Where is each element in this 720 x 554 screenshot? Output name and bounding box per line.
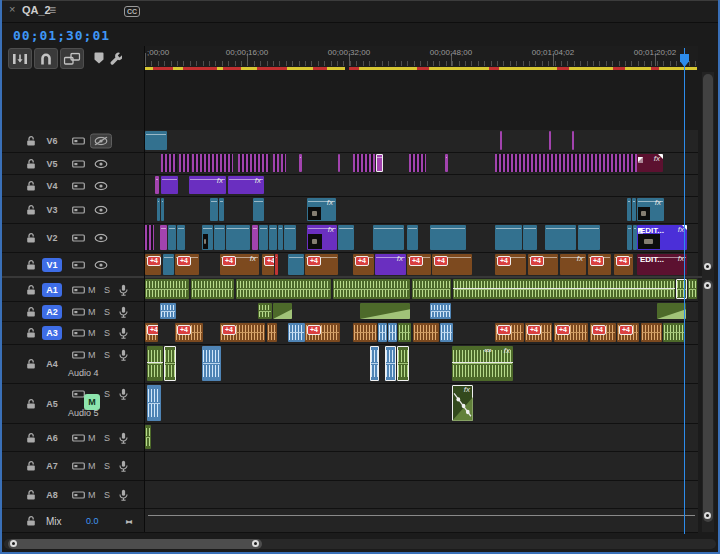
clip[interactable] bbox=[500, 131, 502, 150]
clip[interactable] bbox=[267, 323, 277, 342]
source-patch-icon[interactable] bbox=[72, 260, 85, 270]
clip[interactable] bbox=[164, 346, 176, 381]
clip[interactable] bbox=[688, 279, 697, 299]
clip[interactable] bbox=[572, 131, 574, 150]
lock-icon[interactable] bbox=[26, 180, 36, 191]
track-select-v2[interactable]: V2 bbox=[42, 231, 62, 245]
audio-scroll-knob-bottom[interactable] bbox=[704, 512, 711, 519]
clip[interactable]: fx bbox=[637, 154, 663, 172]
track-lane-v5[interactable]: fx bbox=[145, 153, 698, 175]
timeline-settings-icon[interactable] bbox=[104, 48, 126, 67]
source-patch-icon[interactable] bbox=[72, 181, 85, 191]
clip[interactable] bbox=[676, 279, 687, 299]
track-lane-a3[interactable]: +4+4+4+4+4+4+4+4+4 bbox=[145, 322, 698, 345]
graphics-clip-cluster[interactable] bbox=[409, 154, 426, 172]
lock-icon[interactable] bbox=[26, 260, 36, 271]
clip[interactable] bbox=[578, 225, 600, 250]
clip[interactable] bbox=[370, 346, 379, 381]
clip[interactable]: +4 bbox=[525, 323, 552, 342]
clip[interactable] bbox=[259, 225, 268, 250]
clip[interactable] bbox=[214, 225, 225, 250]
mute-button[interactable]: M bbox=[88, 461, 96, 471]
clip[interactable] bbox=[278, 225, 283, 250]
solo-button[interactable]: S bbox=[104, 328, 110, 338]
track-select-a6[interactable]: A6 bbox=[42, 431, 62, 445]
toggle-track-output-icon[interactable] bbox=[94, 234, 108, 243]
captions-icon[interactable]: CC bbox=[124, 6, 140, 17]
lock-icon[interactable] bbox=[26, 398, 36, 409]
lock-icon[interactable] bbox=[26, 284, 36, 295]
clip[interactable] bbox=[191, 279, 234, 299]
clip[interactable] bbox=[641, 323, 662, 342]
track-lane-a5[interactable]: fx bbox=[145, 384, 698, 424]
mute-button[interactable]: M bbox=[88, 490, 96, 500]
lock-icon[interactable] bbox=[26, 158, 36, 169]
voiceover-record-icon[interactable] bbox=[118, 306, 129, 318]
clip[interactable] bbox=[440, 323, 453, 342]
clip[interactable]: fxEDIT... bbox=[637, 225, 687, 250]
voiceover-record-icon[interactable] bbox=[118, 388, 129, 400]
clip[interactable]: fx bbox=[228, 176, 264, 194]
clip[interactable] bbox=[299, 154, 302, 172]
mute-button[interactable]: M bbox=[88, 433, 96, 443]
zoom-handle-left[interactable] bbox=[10, 540, 17, 547]
source-patch-icon[interactable] bbox=[72, 159, 85, 169]
solo-button[interactable]: S bbox=[104, 285, 110, 295]
clip[interactable] bbox=[269, 225, 277, 250]
graphics-clip-cluster[interactable] bbox=[273, 154, 279, 172]
time-ruler[interactable]: ;00;0000;00;16;0000;00;32;0000;00;48;000… bbox=[145, 46, 698, 67]
solo-button[interactable]: S bbox=[104, 461, 110, 471]
track-select-a4[interactable]: A4 bbox=[42, 357, 62, 371]
voiceover-record-icon[interactable] bbox=[118, 460, 129, 472]
track-select-v4[interactable]: V4 bbox=[42, 179, 62, 193]
clip[interactable] bbox=[663, 323, 685, 342]
clip[interactable] bbox=[373, 225, 404, 250]
clip[interactable]: +4 bbox=[145, 254, 161, 275]
toggle-track-output-icon[interactable] bbox=[94, 181, 108, 190]
solo-button[interactable]: S bbox=[104, 490, 110, 500]
clip[interactable]: +4 bbox=[614, 254, 633, 275]
clip[interactable]: +4 bbox=[590, 323, 616, 342]
track-select-a2[interactable]: A2 bbox=[42, 305, 62, 319]
video-scroll-thumb[interactable] bbox=[703, 74, 713, 270]
clip[interactable]: +4 bbox=[554, 323, 588, 342]
source-patch-icon[interactable] bbox=[72, 233, 85, 243]
clip[interactable]: +4 bbox=[145, 323, 158, 342]
source-patch-icon[interactable] bbox=[72, 350, 85, 360]
audio-scroll-thumb[interactable] bbox=[703, 280, 713, 522]
track-lane-a2[interactable] bbox=[145, 302, 698, 322]
clip[interactable] bbox=[445, 154, 448, 172]
clip[interactable]: +4 bbox=[407, 254, 431, 275]
clip[interactable] bbox=[407, 225, 418, 250]
toggle-track-output-icon[interactable] bbox=[94, 159, 108, 168]
lock-icon[interactable] bbox=[26, 306, 36, 317]
clip[interactable] bbox=[168, 225, 176, 250]
volume-rubber-band[interactable] bbox=[452, 362, 513, 363]
clip[interactable] bbox=[273, 303, 292, 319]
clip[interactable] bbox=[632, 198, 636, 221]
mute-button[interactable]: M bbox=[88, 350, 96, 360]
solo-button[interactable]: S bbox=[104, 433, 110, 443]
mute-button[interactable]: M bbox=[88, 328, 96, 338]
horizontal-scrollbar[interactable] bbox=[4, 539, 716, 549]
track-lane-v1[interactable]: +4+4+4fx+4+4+4fx+4+4+4+4fx+4+4fxEDIT... bbox=[145, 253, 698, 278]
clip[interactable] bbox=[545, 225, 576, 250]
source-patch-icon[interactable] bbox=[72, 285, 85, 295]
track-lane-a1[interactable] bbox=[145, 278, 698, 302]
track-lane-mix[interactable] bbox=[145, 509, 698, 533]
source-patch-icon[interactable] bbox=[72, 461, 85, 471]
clip[interactable]: +4 bbox=[495, 323, 524, 342]
clip[interactable] bbox=[160, 303, 176, 319]
clip[interactable] bbox=[155, 176, 159, 194]
toggle-track-output-icon[interactable] bbox=[94, 261, 108, 270]
clip[interactable] bbox=[160, 225, 167, 250]
clip[interactable]: +4 bbox=[495, 254, 526, 275]
lock-icon[interactable] bbox=[26, 432, 36, 443]
track-select-v5[interactable]: V5 bbox=[42, 157, 62, 171]
volume-rubber-band[interactable] bbox=[147, 362, 163, 363]
solo-button[interactable]: S bbox=[104, 389, 110, 399]
source-patch-icon[interactable] bbox=[72, 307, 85, 317]
panel-menu-icon[interactable]: ≡ bbox=[49, 3, 56, 17]
lock-icon[interactable] bbox=[26, 328, 36, 339]
lock-icon[interactable] bbox=[26, 205, 36, 216]
